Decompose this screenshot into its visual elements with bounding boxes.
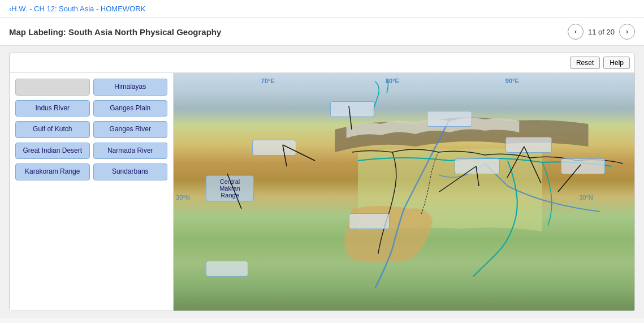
lat-30N-right: 30°N bbox=[579, 194, 593, 201]
map-dropzone-lower-left[interactable] bbox=[206, 261, 248, 277]
label-indus-river[interactable]: Indus River bbox=[15, 100, 90, 117]
label-gulf-of-kutch[interactable]: Gulf of Kutch bbox=[15, 121, 90, 138]
label-great-indian-desert[interactable]: Great Indian Desert bbox=[15, 143, 90, 160]
label-sidebar: Himalayas Indus River Ganges Plain Gulf … bbox=[10, 73, 174, 311]
help-button[interactable]: Help bbox=[603, 57, 630, 69]
label-karakoram-range[interactable]: Karakoram Range bbox=[15, 163, 90, 180]
map-dropzone-center-lower[interactable] bbox=[349, 213, 390, 229]
map-dropzone-center-right[interactable] bbox=[455, 158, 500, 174]
label-sundarbans[interactable]: Sundarbans bbox=[93, 163, 168, 180]
label-narmada-river[interactable]: Narmada River bbox=[93, 143, 168, 160]
degree-80E: 80°E bbox=[386, 77, 399, 84]
lat-30N-left: 30°N bbox=[176, 194, 190, 201]
label-row-1: Himalayas bbox=[15, 79, 167, 96]
degree-90E: 90°E bbox=[505, 77, 519, 84]
map-container: Reset Help Himalayas Indus River Ganges … bbox=[9, 53, 635, 311]
map-dropzone-north-center[interactable] bbox=[330, 101, 374, 117]
label-placeholder-himalayas[interactable] bbox=[15, 79, 90, 96]
hw-breadcrumb-link[interactable]: ‹H.W. - CH 12: South Asia - HOMEWORK bbox=[9, 5, 145, 13]
label-row-5: Karakoram Range Sundarbans bbox=[15, 163, 167, 180]
map-dropzone-upper-far-right[interactable] bbox=[505, 137, 552, 153]
label-ganges-river[interactable]: Ganges River bbox=[93, 121, 168, 138]
label-row-3: Gulf of Kutch Ganges River bbox=[15, 121, 167, 138]
page-count: 11 of 20 bbox=[588, 28, 615, 36]
pagination-controls: ‹ 11 of 20 › bbox=[568, 24, 635, 40]
map-view: 70°E 80°E 90°E 30°N 30°N Central Makran … bbox=[174, 73, 634, 311]
next-button[interactable]: › bbox=[619, 24, 635, 40]
page-title: Map Labeling: South Asia North Physical … bbox=[9, 27, 221, 37]
label-row-2: Indus River Ganges Plain bbox=[15, 100, 167, 117]
map-toolbar: Reset Help bbox=[10, 53, 634, 73]
map-dropzone-right-middle[interactable] bbox=[561, 158, 605, 174]
map-dropzone-himalayas[interactable] bbox=[427, 111, 472, 127]
label-himalayas[interactable]: Himalayas bbox=[93, 79, 168, 96]
label-row-4: Great Indian Desert Narmada River bbox=[15, 143, 167, 160]
prev-button[interactable]: ‹ bbox=[568, 24, 584, 40]
map-dropzone-upper-pakistan[interactable] bbox=[252, 140, 296, 156]
degree-70E: 70°E bbox=[261, 77, 275, 84]
map-label-central-makran[interactable]: Central Makran Range bbox=[206, 175, 254, 201]
map-body: Himalayas Indus River Ganges Plain Gulf … bbox=[10, 73, 634, 311]
label-ganges-plain[interactable]: Ganges Plain bbox=[93, 100, 168, 117]
reset-button[interactable]: Reset bbox=[570, 57, 600, 69]
